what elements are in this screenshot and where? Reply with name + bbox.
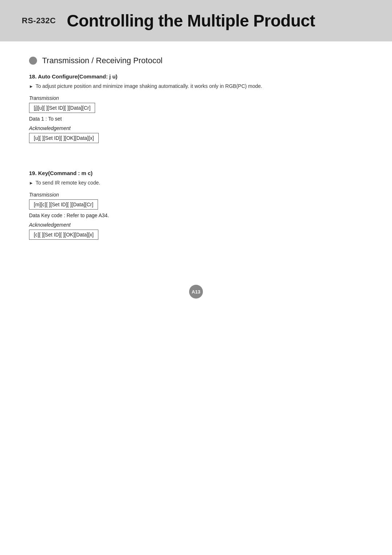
subsection-19-title: 19. Key(Command : m c): [29, 170, 363, 176]
ack-code-19: [c][ ][Set ID][ ][OK][Data][x]: [29, 230, 98, 240]
ack-label-18: Acknowledgement: [29, 125, 363, 131]
section-icon: [29, 57, 37, 65]
subsection-18-description: ► To adjust picture position and minimiz…: [29, 82, 363, 90]
section-title: Transmission / Receiving Protocol: [42, 56, 163, 65]
page-number: A13: [189, 285, 203, 299]
ack-code-18: [u][ ][Set ID][ ][OK][Data][x]: [29, 133, 99, 143]
page-footer: A13: [0, 278, 392, 309]
divider-1: [29, 159, 363, 170]
data-note-19: Data Key code : Refer to page A34.: [29, 212, 363, 218]
subsection-19-description: ► To send IR remote key code.: [29, 179, 363, 187]
subsection-18: 18. Auto Configure(Command: j u) ► To ad…: [29, 73, 363, 146]
transmission-block-19: Transmission [m][c][ ][Set ID][ ][Data][…: [29, 192, 363, 218]
subsection-19: 19. Key(Command : m c) ► To send IR remo…: [29, 170, 363, 243]
content-area: Transmission / Receiving Protocol 18. Au…: [0, 41, 392, 278]
section-header: Transmission / Receiving Protocol: [29, 56, 363, 65]
transmission-code-18: [j][u][ ][Set ID][ ][Data][Cr]: [29, 103, 95, 113]
subsection-19-desc-text: To send IR remote key code.: [36, 179, 100, 187]
page-header: RS-232C Controlling the Multiple Product: [0, 0, 392, 41]
transmission-block-18: Transmission [j][u][ ][Set ID][ ][Data][…: [29, 95, 363, 122]
rs232c-label: RS-232C: [22, 16, 56, 25]
data-note-18: Data 1 : To set: [29, 116, 363, 122]
bullet-arrow-icon-2: ►: [29, 180, 33, 186]
transmission-code-19: [m][c][ ][Set ID][ ][Data][Cr]: [29, 199, 98, 210]
subsection-18-desc-text: To adjust picture position and minimize …: [36, 82, 262, 90]
transmission-label-18: Transmission: [29, 95, 363, 101]
bullet-arrow-icon: ►: [29, 83, 33, 90]
ack-block-19: Acknowledgement [c][ ][Set ID][ ][OK][Da…: [29, 222, 363, 243]
transmission-label-19: Transmission: [29, 192, 363, 198]
ack-label-19: Acknowledgement: [29, 222, 363, 228]
ack-block-18: Acknowledgement [u][ ][Set ID][ ][OK][Da…: [29, 125, 363, 146]
page-title: Controlling the Multiple Product: [67, 11, 315, 31]
subsection-18-title: 18. Auto Configure(Command: j u): [29, 73, 363, 80]
